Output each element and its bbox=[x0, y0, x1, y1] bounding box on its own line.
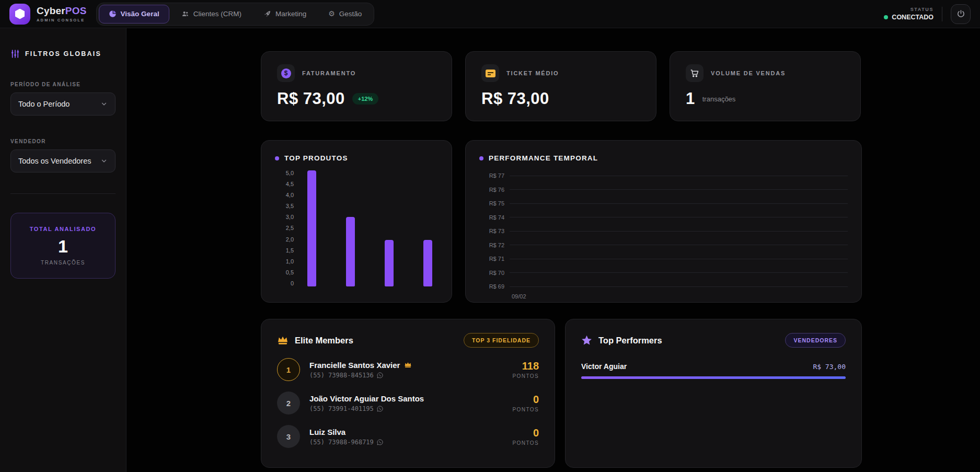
rocket-icon bbox=[263, 10, 271, 18]
grid-row: R$ 77 bbox=[479, 172, 848, 179]
app-subtitle: ADMIN CONSOLE bbox=[37, 18, 87, 22]
main-nav: Visão Geral Clientes (CRM) Marketing ⚙ G… bbox=[96, 3, 375, 26]
crown-icon bbox=[404, 362, 412, 368]
vendor-select[interactable]: Todos os Vendedores bbox=[10, 149, 116, 172]
bar bbox=[307, 170, 316, 286]
y-tick-label: 1,0 bbox=[286, 259, 294, 264]
member-name: Francielle Santos Xavier bbox=[309, 361, 412, 370]
header: CyberPOS ADMIN CONSOLE Visão Geral Clien… bbox=[0, 0, 980, 28]
y-tick-label: R$ 76 bbox=[479, 187, 504, 193]
points-value: 0 bbox=[513, 394, 539, 406]
grid-row: R$ 73 bbox=[479, 228, 848, 234]
bullet-dot-icon bbox=[275, 156, 279, 160]
header-divider bbox=[942, 7, 942, 21]
gridline bbox=[510, 245, 848, 245]
top-performers-card: Top Performers VENDEDORES Victor AguiarR… bbox=[565, 319, 862, 468]
period-filter-label: PERÍODO DE ANÁLISE bbox=[10, 82, 116, 87]
performer-row: Victor AguiarR$ 73,00 bbox=[581, 362, 846, 379]
rank-badge: 2 bbox=[277, 392, 300, 415]
member-row: 1Francielle Santos Xavier(55) 73988-8451… bbox=[277, 358, 539, 381]
grid-row: R$ 75 bbox=[479, 200, 848, 206]
rank-badge: 3 bbox=[277, 425, 300, 448]
crown-icon bbox=[277, 336, 289, 345]
y-tick-label: 2,0 bbox=[286, 237, 294, 243]
member-row: 3Luiz Silva(55) 73988-9687190PONTOS bbox=[277, 425, 539, 448]
member-phone: (55) 73988-845136 bbox=[309, 372, 412, 379]
y-tick-label: 4,5 bbox=[286, 181, 294, 187]
top-performers-title: Top Performers bbox=[598, 336, 662, 346]
whatsapp-icon bbox=[377, 372, 383, 378]
top-performers-list: Victor AguiarR$ 73,00 bbox=[581, 362, 846, 379]
star-icon bbox=[581, 335, 592, 346]
kpi-trend-badge: +12% bbox=[352, 93, 378, 105]
tab-label: Marketing bbox=[275, 10, 306, 18]
kpi-label: TICKET MÉDIO bbox=[506, 70, 559, 76]
kpi-value: R$ 73,00 bbox=[277, 89, 345, 108]
status-dot-icon bbox=[884, 15, 888, 19]
tab-marketing[interactable]: Marketing bbox=[253, 5, 316, 24]
y-tick-label: 0,5 bbox=[286, 270, 294, 275]
hexagon-icon bbox=[15, 9, 25, 19]
y-tick-label: R$ 73 bbox=[479, 228, 504, 234]
grid-row: R$ 72 bbox=[479, 242, 848, 248]
gear-icon: ⚙ bbox=[328, 10, 335, 18]
pie-chart-icon bbox=[109, 10, 117, 18]
y-tick-label: R$ 70 bbox=[479, 270, 504, 276]
vendor-select-value: Todos os Vendedores bbox=[18, 157, 91, 165]
member-name: João Victor Aguiar Dos Santos bbox=[309, 394, 424, 403]
kpi-value: 1 bbox=[686, 89, 695, 108]
y-tick-label: R$ 72 bbox=[479, 242, 504, 248]
gridline bbox=[510, 231, 848, 232]
y-tick-label: 1,5 bbox=[286, 248, 294, 254]
kpi-card-ticket-medio: TICKET MÉDIO R$ 73,00 bbox=[465, 51, 656, 121]
chevron-down-icon bbox=[100, 157, 108, 165]
whatsapp-icon bbox=[377, 439, 383, 445]
ticket-icon bbox=[486, 70, 495, 77]
tab-gestao[interactable]: ⚙ Gestão bbox=[318, 5, 372, 24]
elite-members-title: Elite Members bbox=[295, 336, 353, 346]
total-analyzed-value: 1 bbox=[16, 236, 110, 257]
kpi-card-faturamento: $ FATURAMENTO R$ 73,00 +12% bbox=[261, 51, 452, 121]
grid-row: R$ 76 bbox=[479, 187, 848, 193]
gridline bbox=[510, 203, 848, 204]
power-button[interactable] bbox=[951, 4, 971, 24]
period-select[interactable]: Todo o Período bbox=[10, 93, 116, 116]
users-icon bbox=[181, 10, 189, 18]
kpi-label: FATURAMENTO bbox=[302, 70, 356, 76]
points-value: 118 bbox=[513, 360, 539, 372]
total-analyzed-card: TOTAL ANALISADO 1 TRANSAÇÕES bbox=[10, 213, 116, 279]
y-tick-label: R$ 75 bbox=[479, 200, 504, 206]
kpi-value: R$ 73,00 bbox=[481, 89, 549, 108]
bar bbox=[423, 240, 432, 286]
kpi-icon-box: $ bbox=[277, 64, 295, 82]
member-phone: (55) 73988-968719 bbox=[309, 439, 383, 446]
y-tick-label: 3,0 bbox=[286, 214, 294, 220]
member-row: 2João Victor Aguiar Dos Santos(55) 73991… bbox=[277, 392, 539, 415]
gridline bbox=[510, 286, 848, 287]
grid-row: R$ 71 bbox=[479, 256, 848, 262]
y-tick-label: 2,5 bbox=[286, 225, 294, 231]
whatsapp-icon bbox=[377, 406, 383, 412]
member-phone: (55) 73991-401195 bbox=[309, 405, 424, 412]
grid-row: R$ 70 bbox=[479, 270, 848, 276]
elite-members-card: Elite Members TOP 3 FIDELIDADE 1Franciel… bbox=[261, 319, 555, 468]
gridline bbox=[510, 272, 848, 273]
brand: CyberPOS ADMIN CONSOLE bbox=[9, 4, 87, 25]
elite-members-list: 1Francielle Santos Xavier(55) 73988-8451… bbox=[277, 358, 539, 448]
y-tick-label: 4,0 bbox=[286, 192, 294, 198]
tab-visao-geral[interactable]: Visão Geral bbox=[99, 5, 169, 24]
top-produtos-card: TOP PRODUTOS 5,04,54,03,53,02,52,01,51,0… bbox=[261, 140, 452, 303]
grid-row: R$ 69 bbox=[479, 283, 848, 290]
tab-label: Gestão bbox=[339, 10, 362, 18]
bullet-dot-icon bbox=[479, 156, 483, 160]
y-tick-label: 3,5 bbox=[286, 203, 294, 209]
tab-clientes-crm[interactable]: Clientes (CRM) bbox=[171, 5, 251, 24]
kpi-label: VOLUME DE VENDAS bbox=[711, 70, 786, 76]
dollar-circle-icon: $ bbox=[281, 68, 291, 78]
total-analyzed-label: TOTAL ANALISADO bbox=[16, 226, 110, 232]
fidelidade-badge: TOP 3 FIDELIDADE bbox=[464, 333, 539, 348]
gridline bbox=[510, 176, 848, 176]
kpi-card-volume-vendas: VOLUME DE VENDAS 1 transações bbox=[670, 51, 861, 121]
connection-status: STATUS CONECTADO bbox=[884, 7, 933, 21]
power-icon bbox=[956, 9, 965, 18]
